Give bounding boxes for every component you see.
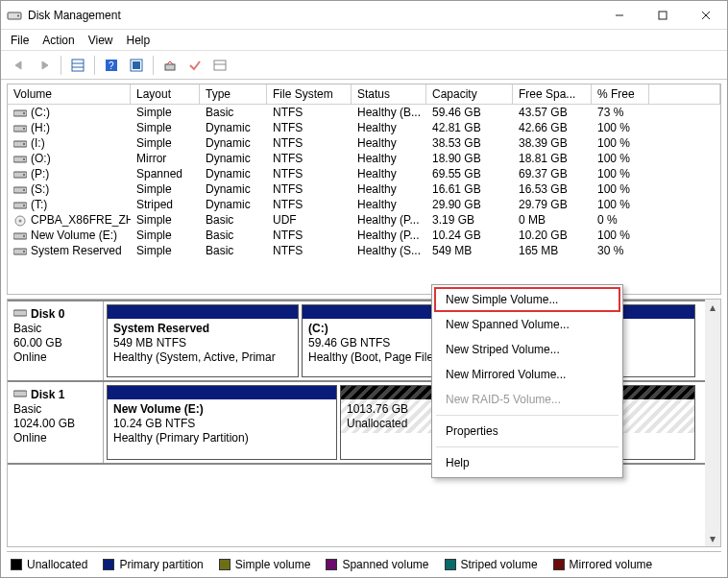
table-row[interactable]: (H:)SimpleDynamicNTFSHealthy42.81 GB42.6… [8, 120, 720, 135]
cell-volume: System Reserved [8, 243, 131, 258]
cell-layout: Simple [131, 181, 200, 197]
menubar: File Action View Help [1, 30, 727, 51]
help-button[interactable]: ? [101, 55, 122, 76]
drive-icon [13, 307, 27, 321]
settings-button[interactable] [159, 55, 181, 76]
cell-status: Healthy [352, 181, 426, 197]
cell-volume: CPBA_X86FRE_ZH... [8, 212, 131, 228]
table-row[interactable]: System ReservedSimpleBasicNTFSHealthy (S… [8, 243, 720, 258]
cell-type: Dynamic [200, 181, 267, 197]
svg-point-27 [23, 189, 25, 191]
cell-volume: (I:) [8, 135, 131, 151]
cell-status: Healthy (S... [352, 243, 426, 258]
disk-map-scrollbar[interactable]: ▴ ▾ [705, 300, 720, 546]
context-item[interactable]: New Mirrored Volume... [434, 362, 620, 387]
cell-capacity: 38.53 GB [426, 135, 513, 151]
partition-color-bar [108, 386, 336, 399]
col-capacity[interactable]: Capacity [426, 84, 513, 104]
table-row[interactable]: (T:)StripedDynamicNTFSHealthy29.90 GB29.… [8, 197, 720, 212]
cell-pct: 100 % [592, 197, 649, 212]
legend-label: Unallocated [27, 558, 87, 571]
svg-point-1 [17, 14, 19, 16]
context-item[interactable]: Help [434, 450, 620, 475]
volume-table-body[interactable]: (C:)SimpleBasicNTFSHealthy (B...59.46 GB… [8, 105, 720, 294]
col-status[interactable]: Status [352, 84, 426, 104]
drive-icon [13, 230, 27, 240]
view-button[interactable] [209, 55, 231, 76]
table-row[interactable]: CPBA_X86FRE_ZH...SimpleBasicUDFHealthy (… [8, 212, 720, 228]
col-volume[interactable]: Volume [8, 84, 131, 104]
cell-capacity: 18.90 GB [426, 151, 513, 166]
cell-layout: Simple [131, 228, 200, 243]
menu-view[interactable]: View [88, 34, 113, 47]
col-free[interactable]: Free Spa... [513, 84, 592, 104]
table-row[interactable]: (C:)SimpleBasicNTFSHealthy (B...59.46 GB… [8, 105, 720, 120]
menu-file[interactable]: File [11, 34, 29, 47]
table-row[interactable]: (P:)SpannedDynamicNTFSHealthy69.55 GB69.… [8, 166, 720, 181]
context-item[interactable]: Properties [434, 419, 620, 444]
cell-volume: (O:) [8, 151, 131, 166]
col-filesystem[interactable]: File System [267, 84, 352, 104]
partition-primary[interactable]: New Volume (E:)10.24 GB NTFSHealthy (Pri… [107, 385, 337, 460]
scroll-down-icon[interactable]: ▾ [705, 531, 720, 546]
show-list-button[interactable] [67, 55, 88, 76]
legend-swatch [11, 559, 22, 570]
col-layout[interactable]: Layout [131, 84, 200, 104]
table-row[interactable]: New Volume (E:)SimpleBasicNTFSHealthy (P… [8, 228, 720, 243]
partition-title: System Reserved [113, 322, 292, 336]
legend-item: Striped volume [445, 558, 538, 571]
cell-pct: 100 % [592, 120, 649, 135]
cell-pct: 100 % [592, 135, 649, 151]
svg-point-23 [23, 158, 25, 160]
menu-action[interactable]: Action [42, 34, 74, 47]
scroll-up-icon[interactable]: ▴ [705, 300, 720, 315]
cell-type: Dynamic [200, 197, 267, 212]
svg-point-33 [23, 235, 25, 237]
volume-table[interactable]: Volume Layout Type File System Status Ca… [7, 84, 721, 295]
cell-status: Healthy (P... [352, 228, 426, 243]
cell-volume: (P:) [8, 166, 131, 181]
col-type[interactable]: Type [200, 84, 267, 104]
back-button[interactable] [9, 55, 30, 76]
cell-fs: NTFS [267, 135, 352, 151]
svg-rect-3 [659, 12, 667, 19]
menu-help[interactable]: Help [127, 34, 151, 47]
cell-free: 16.53 GB [513, 181, 592, 197]
table-row[interactable]: (I:)SimpleDynamicNTFSHealthy38.53 GB38.3… [8, 135, 720, 151]
context-item[interactable]: New Simple Volume... [434, 287, 620, 312]
refresh-button[interactable] [126, 55, 147, 76]
disk-name: Disk 1 [13, 388, 97, 401]
context-item[interactable]: New Spanned Volume... [434, 312, 620, 337]
legend-label: Simple volume [235, 558, 311, 571]
cell-free: 18.81 GB [513, 151, 592, 166]
check-button[interactable] [184, 55, 206, 76]
partition-line2: Healthy (System, Active, Primar [113, 350, 292, 365]
svg-rect-12 [133, 61, 140, 69]
table-row[interactable]: (O:)MirrorDynamicNTFSHealthy18.90 GB18.8… [8, 151, 720, 166]
drive-icon [13, 169, 27, 179]
context-item[interactable]: New Striped Volume... [434, 337, 620, 362]
table-row[interactable]: (S:)SimpleDynamicNTFSHealthy16.61 GB16.5… [8, 181, 720, 197]
legend-swatch [553, 559, 565, 570]
close-button[interactable] [684, 1, 727, 29]
svg-rect-36 [13, 310, 27, 316]
forward-button[interactable] [34, 55, 55, 76]
drive-icon [13, 184, 27, 194]
maximize-button[interactable] [641, 1, 684, 29]
disk-partitions: System Reserved549 MB NTFSHealthy (Syste… [104, 301, 720, 380]
context-menu[interactable]: New Simple Volume...New Spanned Volume..… [431, 284, 623, 478]
window-title: Disk Management [28, 9, 121, 22]
cell-capacity: 10.24 GB [426, 228, 513, 243]
cell-fs: UDF [267, 212, 352, 228]
cell-pct: 30 % [592, 243, 649, 258]
cell-layout: Simple [131, 105, 200, 120]
cell-status: Healthy (B... [352, 105, 426, 120]
disk-info[interactable]: Disk 1Basic1024.00 GBOnline [8, 382, 104, 463]
minimize-button[interactable] [597, 1, 641, 29]
cell-status: Healthy (P... [352, 212, 426, 228]
col-pctfree[interactable]: % Free [592, 84, 649, 104]
context-separator [436, 415, 619, 416]
partition-primary[interactable]: System Reserved549 MB NTFSHealthy (Syste… [107, 304, 299, 377]
legend-item: Mirrored volume [553, 558, 653, 571]
disk-info[interactable]: Disk 0Basic60.00 GBOnline [8, 301, 104, 380]
